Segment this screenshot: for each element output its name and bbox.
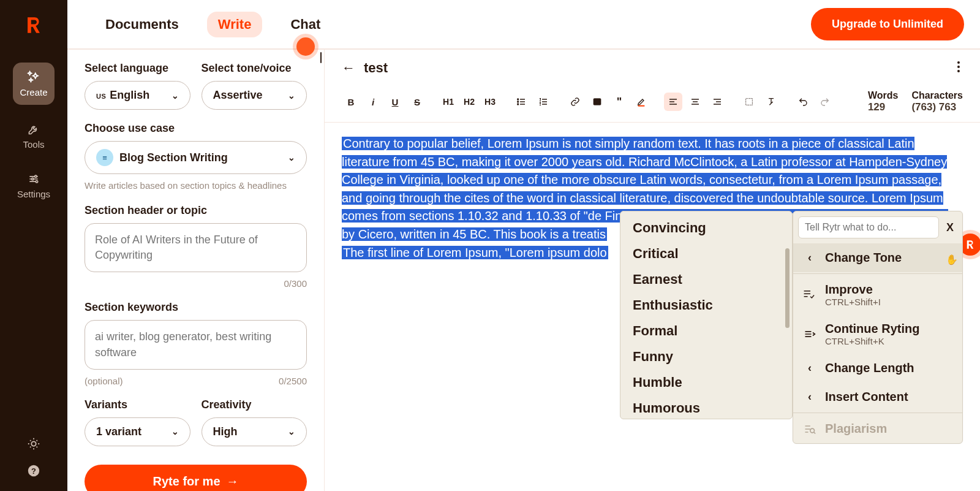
- align-center-button[interactable]: [686, 93, 704, 111]
- action-shortcut: CTRL+Shift+K: [825, 336, 919, 346]
- left-rail: Create Tools Settings ?: [0, 0, 67, 491]
- action-change-length[interactable]: ‹ Change Length: [793, 354, 962, 383]
- clear-format-button[interactable]: [762, 93, 780, 111]
- chevron-left-icon: ‹: [803, 251, 816, 264]
- keywords-input[interactable]: [85, 320, 307, 369]
- action-change-tone[interactable]: ‹ Change Tone: [793, 243, 962, 272]
- chevron-down-icon: ⌄: [288, 153, 295, 162]
- brightness-icon[interactable]: [27, 437, 40, 453]
- chars-label: Characters: [911, 90, 963, 101]
- usecase-hint: Write articles based on section topics &…: [85, 179, 307, 192]
- strike-button[interactable]: S: [408, 93, 426, 111]
- action-title: Change Tone: [825, 251, 902, 265]
- editor-panel: ← test B i U S H1 H2: [325, 50, 980, 491]
- action-improve[interactable]: Improve CTRL+Shift+I: [793, 275, 962, 314]
- tone-option[interactable]: Formal: [620, 318, 792, 344]
- panel-scrollbar[interactable]: [320, 52, 322, 63]
- chars-value: (763) 763: [911, 101, 963, 113]
- tab-chat[interactable]: Chat: [279, 12, 331, 37]
- ryte-button[interactable]: Ryte for me →: [85, 465, 307, 491]
- arrow-right-icon: →: [227, 474, 239, 489]
- lang-prefix: US: [96, 93, 106, 100]
- language-select[interactable]: USEnglish ⌄: [85, 81, 190, 110]
- document-title[interactable]: test: [364, 60, 946, 76]
- improve-icon: [803, 289, 816, 301]
- usecase-value: Blog Section Writing: [119, 151, 282, 164]
- continue-icon: [803, 328, 816, 340]
- chevron-down-icon: ⌄: [172, 427, 179, 436]
- editor-toolbar: B i U S H1 H2 H3: [325, 86, 980, 123]
- tone-option[interactable]: Humorous: [620, 395, 792, 419]
- action-insert-content[interactable]: ‹ Insert Content: [793, 383, 962, 411]
- words-label: Words: [868, 90, 898, 101]
- variants-select[interactable]: 1 variant ⌄: [85, 417, 190, 446]
- topbar: Documents Write Chat Upgrade to Unlimite…: [67, 0, 980, 49]
- svg-point-11: [518, 104, 519, 105]
- bold-button[interactable]: B: [342, 93, 360, 111]
- underline-button[interactable]: U: [386, 93, 404, 111]
- rail-item-settings[interactable]: Settings: [13, 166, 55, 207]
- svg-point-8: [957, 70, 960, 72]
- tone-option[interactable]: Earnest: [620, 267, 792, 292]
- tone-value: Assertive: [213, 89, 263, 102]
- upgrade-button[interactable]: Upgrade to Unlimited: [811, 8, 964, 40]
- cursor-hand-icon: ✋: [946, 254, 958, 265]
- quote-button[interactable]: ": [610, 93, 628, 111]
- variants-label: Variants: [85, 398, 190, 411]
- usecase-label: Choose use case: [85, 122, 307, 135]
- chevron-down-icon: ⌄: [172, 91, 179, 101]
- usecase-select[interactable]: ≡ Blog Section Writing ⌄: [85, 141, 307, 174]
- align-right-button[interactable]: [708, 93, 726, 111]
- svg-point-6: [957, 61, 960, 64]
- tone-label: Select tone/voice: [202, 62, 307, 75]
- words-value: 129: [868, 101, 898, 113]
- action-continue[interactable]: Continue Ryting CTRL+Shift+K: [793, 314, 962, 354]
- svg-point-0: [35, 175, 37, 177]
- svg-point-14: [810, 428, 815, 433]
- h1-button[interactable]: H1: [440, 93, 457, 111]
- number-list-button[interactable]: [534, 93, 552, 111]
- tab-documents[interactable]: Documents: [94, 12, 190, 37]
- tone-option[interactable]: Funny: [620, 344, 792, 370]
- bullet-list-button[interactable]: [512, 93, 530, 111]
- align-left-button[interactable]: [664, 93, 682, 111]
- config-panel: Select language USEnglish ⌄ Select tone/…: [67, 50, 325, 491]
- undo-button[interactable]: [794, 93, 812, 111]
- more-icon[interactable]: [954, 58, 963, 78]
- h3-button[interactable]: H3: [481, 93, 499, 111]
- selected-text-trailing: The first line of Lorem Ipsum, "Lorem ip…: [342, 246, 608, 259]
- close-icon[interactable]: X: [943, 221, 957, 234]
- rail-item-create[interactable]: Create: [13, 63, 55, 105]
- redo-button[interactable]: [816, 93, 834, 111]
- tone-select[interactable]: Assertive ⌄: [202, 81, 307, 110]
- highlight-button[interactable]: [632, 93, 650, 111]
- tell-rytr-input[interactable]: [798, 216, 939, 238]
- rail-item-tools[interactable]: Tools: [13, 116, 55, 157]
- keywords-label: Section keywords: [85, 301, 307, 314]
- rail-label-settings: Settings: [17, 189, 50, 199]
- topic-input[interactable]: [85, 223, 307, 272]
- creativity-select[interactable]: High ⌄: [202, 417, 307, 446]
- lang-value: English: [110, 89, 149, 101]
- tone-option[interactable]: Enthusiastic: [620, 292, 792, 318]
- chevron-down-icon: ⌄: [288, 91, 295, 101]
- tone-option[interactable]: Humble: [620, 370, 792, 395]
- action-plagiarism[interactable]: Plagiarism: [793, 414, 962, 443]
- svg-point-10: [518, 101, 519, 102]
- lang-label: Select language: [85, 62, 190, 75]
- select-all-button[interactable]: [740, 93, 758, 111]
- tab-write[interactable]: Write: [207, 12, 263, 37]
- tone-option[interactable]: Convincing: [620, 215, 792, 241]
- action-title: Continue Ryting: [825, 322, 919, 336]
- action-title: Change Length: [825, 361, 914, 375]
- link-button[interactable]: [566, 93, 584, 111]
- back-arrow-icon[interactable]: ←: [342, 60, 355, 76]
- help-icon[interactable]: ?: [27, 464, 40, 480]
- tone-option[interactable]: Critical: [620, 241, 792, 267]
- italic-button[interactable]: i: [364, 93, 382, 111]
- editor-body[interactable]: Contrary to popular belief, Lorem Ipsum …: [325, 123, 980, 491]
- keywords-counter: 0/2500: [279, 376, 307, 386]
- image-button[interactable]: [588, 93, 606, 111]
- tone-scrollbar[interactable]: [785, 248, 790, 328]
- h2-button[interactable]: H2: [461, 93, 478, 111]
